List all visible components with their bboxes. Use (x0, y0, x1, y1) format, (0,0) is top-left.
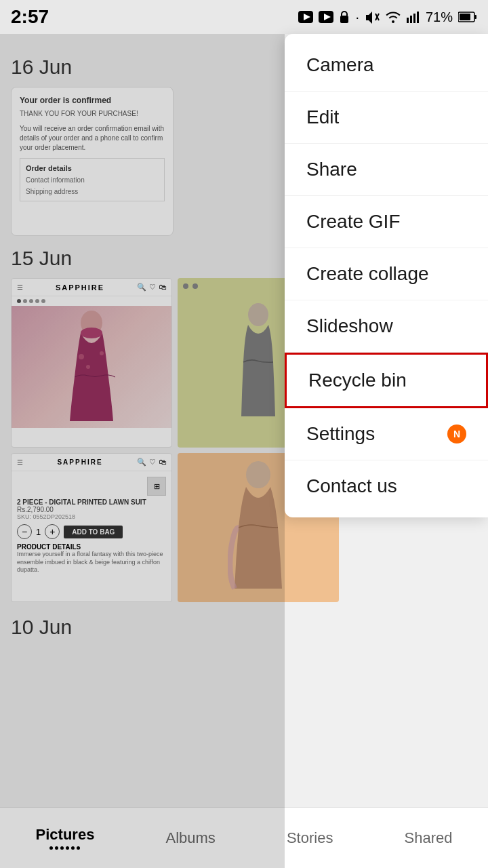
menu-item-gif[interactable]: Create GIF (285, 196, 488, 248)
youtube-icon (298, 11, 313, 23)
status-bar: 2:57 · 71% (0, 0, 488, 34)
menu-share-label: Share (306, 159, 357, 180)
settings-badge: N (447, 425, 466, 443)
battery-icon (458, 12, 477, 22)
status-time: 2:57 (11, 6, 49, 28)
menu-item-contact[interactable]: Contact us (285, 460, 488, 512)
settings-badge-label: N (453, 429, 460, 439)
nav-stories-label: Stories (287, 829, 333, 847)
menu-contact-label: Contact us (306, 475, 397, 497)
lock-icon (339, 10, 350, 24)
menu-collage-label: Create collage (306, 263, 429, 285)
menu-camera-label: Camera (306, 54, 374, 76)
menu-item-settings[interactable]: Settings N (285, 408, 488, 460)
nav-shared[interactable]: Shared (391, 824, 466, 852)
menu-recycle-label: Recycle bin (308, 370, 407, 391)
menu-edit-label: Edit (306, 106, 339, 128)
svg-rect-10 (417, 12, 419, 23)
menu-item-slideshow[interactable]: Slideshow (285, 300, 488, 353)
signal-icon (407, 11, 420, 23)
svg-rect-7 (407, 18, 409, 23)
status-icons: · 71% (298, 9, 477, 25)
menu-item-share[interactable]: Share (285, 144, 488, 196)
menu-gif-label: Create GIF (306, 211, 400, 233)
svg-rect-12 (474, 15, 476, 19)
dim-overlay (0, 34, 285, 868)
menu-item-camera[interactable]: Camera (285, 39, 488, 92)
wifi-icon (385, 11, 401, 23)
svg-rect-8 (410, 16, 412, 23)
nav-shared-label: Shared (405, 829, 453, 847)
menu-item-edit[interactable]: Edit (285, 92, 488, 144)
svg-rect-4 (340, 16, 348, 23)
dropdown-menu: Camera Edit Share Create GIF Create coll… (285, 34, 488, 517)
svg-rect-13 (460, 14, 470, 20)
menu-item-recycle-bin[interactable]: Recycle bin (285, 353, 488, 408)
youtube-icon2 (319, 11, 333, 23)
battery-indicator: 71% (426, 9, 453, 25)
menu-item-collage[interactable]: Create collage (285, 248, 488, 300)
menu-slideshow-label: Slideshow (306, 315, 393, 337)
mute-icon (365, 10, 380, 24)
menu-settings-label: Settings (306, 423, 375, 445)
dot-icon: · (355, 9, 359, 25)
svg-rect-9 (413, 14, 415, 23)
